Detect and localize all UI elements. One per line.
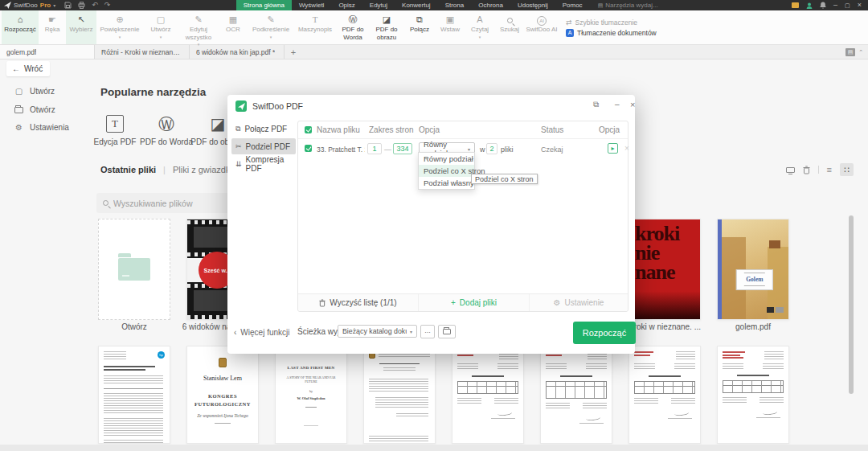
doc-tab-6-widokow[interactable]: 6 widoków na kin jap.pdf *	[190, 45, 285, 59]
doc-tab-rozni-kroki[interactable]: Różni - Kroki w nieznane...pdf *	[95, 45, 190, 59]
ribbon-item-maszynopis[interactable]: T Maszynopis	[294, 10, 336, 44]
chevron-down-icon: ▾	[160, 35, 162, 39]
ribbon-item-podkreslenie[interactable]: ✎ Podkreślenie ▾	[248, 10, 294, 44]
option-podziel-co-x-stron[interactable]: Podziel co X stron	[419, 165, 474, 177]
file-card-invoice[interactable]	[452, 346, 524, 444]
file-card-lem-kongres[interactable]: Stanisław Lem KONGRES FUTUROLOGICZNY Ze …	[186, 346, 259, 444]
file-card-formal-doc[interactable]	[363, 346, 436, 444]
sidebar-item-otworz[interactable]: Otwórz	[14, 105, 55, 114]
device-sync-icon[interactable]	[786, 167, 795, 173]
close-window-icon[interactable]: ×	[858, 2, 862, 9]
row-remove-icon[interactable]: ×	[624, 144, 629, 153]
file-card-last-and-first-men[interactable]: LAST AND FIRST MEN A STORY OF THE NEAR A…	[275, 346, 347, 444]
tab-overflow-badge[interactable]: ▤	[845, 48, 855, 56]
premium-icon[interactable]	[792, 2, 799, 8]
ribbon-item-wybierz[interactable]: ↖ Wybierz	[66, 10, 96, 44]
grid-view-icon[interactable]: ∷	[840, 163, 854, 176]
option-rowny-podzial[interactable]: Równy podział	[419, 153, 474, 165]
menu-tab-konwertuj[interactable]: Konwertuj	[395, 0, 438, 10]
ribbon-item-powiekszenie[interactable]: ⊕ Powiększenie ▾	[96, 10, 143, 44]
print-icon[interactable]	[78, 2, 85, 9]
ribbon-item-pdf-do-obrazu[interactable]: ◪ PDF do obrazu	[370, 10, 403, 44]
open-file-card[interactable]	[98, 219, 170, 320]
ribbon-item-ocr[interactable]: ▦ OCR	[219, 10, 248, 44]
range-to-input[interactable]	[393, 143, 412, 154]
tool-pdf-do-worda[interactable]: Ⓦ PDF do Worda	[138, 113, 194, 146]
redo-icon[interactable]: ↷	[104, 2, 111, 9]
undo-icon[interactable]: ↶	[92, 2, 98, 9]
ribbon-item-pdf-do-worda[interactable]: Ⓦ PDF do Worda	[336, 10, 370, 44]
more-functions-link[interactable]: ‹ Więcej funkcji	[234, 328, 289, 337]
menu-tab-strona[interactable]: Strona	[438, 0, 472, 10]
menu-tab-ochrona[interactable]: Ochrona	[471, 0, 510, 10]
minimize-dialog-icon[interactable]: –	[615, 100, 620, 109]
settings-button[interactable]: ⚙ Ustawienie	[530, 294, 628, 311]
sidebar-item-ustawienia[interactable]: ⚙ Ustawienia	[14, 123, 69, 132]
doc-tab-golem[interactable]: golem.pdf	[0, 45, 95, 59]
ribbon-item-reka[interactable]: ☛ Ręka	[39, 10, 66, 44]
row-open-output-icon[interactable]: ▸	[608, 143, 618, 154]
vertical-scrollbar[interactable]	[849, 215, 854, 394]
file-count-input[interactable]	[486, 143, 497, 154]
tools-search-box[interactable]: ▤ Narzędzia wydaj...	[590, 2, 666, 9]
ribbon-item-rozpoczac[interactable]: ⌂ Rozpocząć	[2, 10, 39, 44]
open-folder-button[interactable]	[438, 325, 456, 338]
clear-list-button[interactable]: Wyczyść listę (1/1)	[298, 294, 419, 311]
menu-tab-edytuj[interactable]: Edytuj	[362, 0, 395, 10]
select-all-checkbox[interactable]	[305, 126, 312, 133]
file-card-invoice[interactable]	[628, 346, 701, 444]
chevron-down-icon: ▾	[119, 35, 121, 39]
option-podzial-wlasny[interactable]: Podział własny	[419, 177, 474, 189]
menu-tab-opisz[interactable]: Opisz	[331, 0, 362, 10]
tab-pliki-z-gwiazdka[interactable]: Pliki z gwiazdką	[173, 165, 235, 174]
tab-ostatnie-pliki[interactable]: Ostatnie pliki	[100, 165, 156, 174]
ribbon-item-szybkie-tlumaczenie[interactable]: ⇄ Szybkie tłumaczenie	[566, 18, 657, 27]
tool-edycja-pdf[interactable]: T Edycja PDF	[87, 113, 143, 146]
output-path-select[interactable]: Bieżący katalog dokumentu ▾	[338, 325, 417, 338]
maximize-window-icon[interactable]: ▢	[845, 2, 850, 9]
start-button[interactable]: Rozpocząć	[573, 322, 636, 344]
file-card-hp-doc[interactable]: hp	[98, 346, 170, 444]
row-checkbox[interactable]	[305, 145, 312, 152]
back-button[interactable]: ← Wróć	[6, 61, 50, 76]
app-logo[interactable]: SwifDooPro ▾	[0, 2, 59, 9]
notification-bell-icon[interactable]	[820, 2, 826, 9]
sidebar-item-utworz[interactable]: ▢ Utwórz	[14, 87, 55, 96]
menu-tab-wyswietl[interactable]: Wyświetl	[292, 0, 331, 10]
menu-tab-pomoc[interactable]: Pomoc	[555, 0, 590, 10]
collapse-ribbon-icon[interactable]: ⌃	[858, 49, 863, 55]
file-card-invoice[interactable]	[717, 346, 789, 444]
ribbon-item-wstaw[interactable]: ▣ Wstaw	[436, 10, 465, 44]
cover-title: Golem	[737, 276, 772, 283]
range-from-input[interactable]	[367, 143, 382, 154]
menu-tab-udostepnij[interactable]: Udostępnij	[510, 0, 555, 10]
doc-tab-label: golem.pdf	[6, 48, 36, 56]
dialog-tab-polacz-pdf[interactable]: ⧉ Połącz PDF	[231, 121, 296, 137]
ribbon-item-swifdoo-ai[interactable]: AI SwifDoo AI	[524, 10, 559, 44]
ribbon-item-tlumaczenie-dokumentow[interactable]: A Tłumaczenie dokumentów	[566, 29, 657, 37]
menu-tab-strona-glowna[interactable]: Strona główna	[236, 0, 292, 10]
save-icon[interactable]	[64, 2, 72, 9]
browse-button[interactable]: ...	[420, 325, 435, 338]
new-tab-button[interactable]: +	[285, 45, 302, 59]
dialog-tab-podziel-pdf[interactable]: ✂ Podziel PDF	[231, 138, 296, 154]
swap-arrows-icon: ⇄	[566, 18, 572, 27]
file-card-golem[interactable]: Golem	[717, 219, 789, 320]
ribbon-item-szukaj[interactable]: Szukaj	[495, 10, 524, 44]
detach-window-icon[interactable]: ⧉	[593, 100, 599, 109]
minimize-window-icon[interactable]: –	[833, 2, 837, 9]
file-card-invoice[interactable]	[540, 346, 612, 444]
close-dialog-icon[interactable]: ×	[630, 100, 635, 109]
list-view-icon[interactable]: ≡	[827, 165, 832, 174]
file-card-kroki[interactable]: kroki nie nane	[628, 219, 701, 320]
bottom-strip	[0, 445, 868, 451]
ribbon-item-utworz[interactable]: ▢ Utwórz ▾	[143, 10, 178, 44]
ribbon-item-edytuj-wszystko[interactable]: ✎ Edytuj wszystko ▾	[178, 10, 219, 44]
account-icon[interactable]	[806, 2, 813, 9]
dialog-tab-kompresja-pdf[interactable]: ⇊ Kompresja PDF	[231, 156, 296, 172]
ocr-scan-icon: ▦	[229, 14, 237, 25]
add-files-button[interactable]: + Dodaj pliki	[419, 294, 530, 311]
trash-icon[interactable]	[803, 166, 810, 174]
ribbon-item-polacz[interactable]: ⧉ Połącz	[403, 10, 436, 44]
ribbon-item-czytaj[interactable]: A Czytaj ▾	[465, 10, 495, 44]
